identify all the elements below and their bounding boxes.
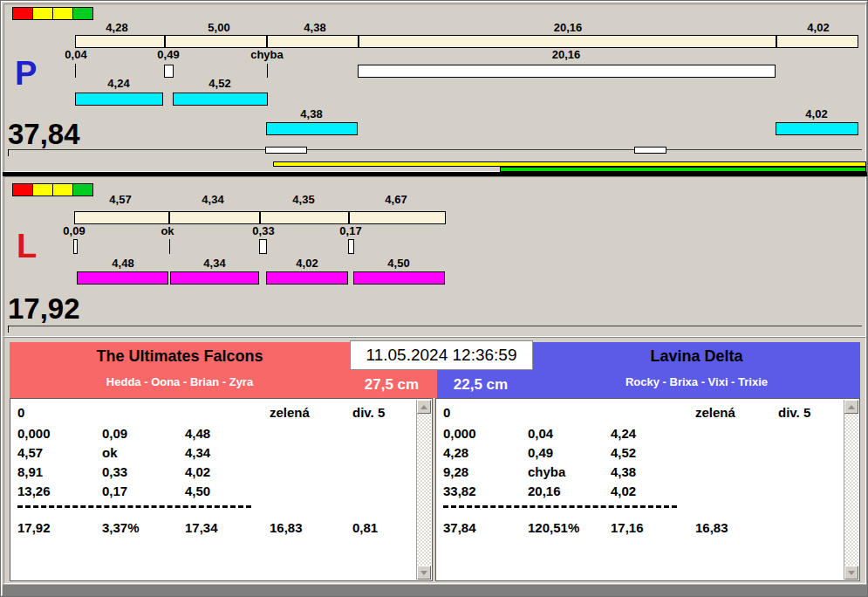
total-percent: 3,37% (102, 520, 140, 536)
cumulative-time: 13,26 (17, 484, 51, 499)
run-time-label: 4,24 (84, 78, 154, 89)
scroll-down-button[interactable] (844, 566, 858, 580)
split-time-label: 4,35 (269, 194, 338, 205)
best-possible: 16,83 (270, 520, 303, 536)
changeover-time: 20,16 (528, 484, 561, 499)
split-time-label: 4,67 (361, 194, 431, 205)
cumulative-time: 0,000 (443, 426, 476, 442)
run-bar-p1 (75, 93, 163, 106)
segment-divider (164, 35, 166, 48)
left-list-scrollbar[interactable] (416, 400, 431, 580)
result-row[interactable]: 0,000 0,09 4,48 (10, 426, 416, 443)
time-difference: 0,81 (352, 520, 378, 536)
heat-number: 0 (17, 405, 24, 421)
totals-separator (17, 505, 251, 508)
run-time-label: 4,34 (180, 257, 249, 269)
timeline-marker-box (634, 147, 666, 154)
segment-divider (168, 211, 170, 224)
start-offset-label: 0,09 (39, 225, 109, 237)
run-bar-l3 (266, 271, 348, 285)
timeline-marker-box (265, 147, 307, 154)
right-jump-height: 22,5 cm (441, 376, 521, 394)
marker-box (259, 239, 267, 254)
result-row[interactable]: 4,57 ok 4,34 (10, 445, 416, 463)
status-zelena: zelená (695, 405, 735, 421)
marker-box (164, 65, 174, 78)
division-label: div. 5 (778, 405, 810, 421)
timeline-origin-tick (8, 326, 9, 333)
changeover-time: 0,04 (528, 426, 553, 442)
totals-row[interactable]: 17,92 3,37% 17,34 16,83 0,81 (10, 520, 416, 538)
split-time-label: 4,57 (85, 194, 155, 205)
run-bar-p4 (776, 122, 858, 135)
run-time: 4,52 (611, 445, 636, 461)
segment-divider (266, 35, 268, 48)
split-bar-p (75, 35, 858, 48)
segment-divider (348, 211, 350, 224)
run-bar-l1 (77, 271, 168, 285)
split-bar-l (74, 211, 446, 224)
split-time-label: 20,16 (533, 22, 603, 33)
run-time: 4,02 (185, 464, 210, 480)
split-time-label: 5,00 (184, 22, 254, 33)
result-row[interactable]: 0,000 0,04 4,24 (436, 426, 844, 443)
run-time-label: 4,02 (272, 257, 342, 269)
list-header-row[interactable]: 0 zelená div. 5 (436, 405, 844, 422)
run-time: 4,24 (611, 426, 636, 442)
left-jump-height: 27,5 cm (352, 376, 432, 394)
heat-number: 0 (443, 405, 450, 421)
result-row[interactable]: 13,26 0,17 4,50 (10, 484, 416, 501)
lane-l-total-time: 17,92 (8, 296, 80, 322)
right-team-name: Lavina Delta (533, 347, 860, 366)
run-bar-l4 (353, 271, 445, 285)
changeover-time: ok (102, 445, 118, 461)
changeover-label: 0,33 (229, 225, 298, 237)
split-time-label: 4,34 (178, 194, 248, 205)
run-time: 4,34 (185, 445, 210, 461)
status-zelena: zelená (270, 405, 310, 421)
timeline-baseline-p (8, 149, 862, 150)
scroll-up-button[interactable] (417, 400, 431, 414)
start-light-green-p (72, 7, 93, 20)
totals-separator (443, 505, 677, 508)
totals-row[interactable]: 37,84 120,51% 17,16 16,83 (436, 520, 844, 538)
list-header-row[interactable]: 0 zelená div. 5 (10, 405, 416, 422)
run-time: 4,48 (185, 426, 210, 442)
split-time-label: 4,28 (82, 22, 152, 33)
changeover-time: 0,17 (102, 484, 127, 499)
left-team-dogs: Hedda - Oona - Brian - Zyra (10, 375, 350, 388)
segment-divider (358, 35, 359, 48)
marker-tick (169, 239, 170, 254)
scroll-up-button[interactable] (844, 400, 858, 414)
total-percent: 120,51% (528, 520, 579, 536)
result-row[interactable]: 4,28 0,49 4,52 (436, 445, 844, 463)
arrow-up-icon (420, 405, 427, 409)
start-light-yellow1-l (32, 183, 53, 196)
cumulative-time: 4,57 (17, 445, 43, 461)
run-time-label: 4,52 (185, 78, 255, 89)
changeover-label: 0,49 (133, 49, 203, 60)
run-time-label: 4,38 (277, 108, 346, 120)
cumulative-time: 0,000 (17, 426, 51, 442)
run-time: 4,38 (611, 464, 636, 480)
lane-p-letter: P (15, 58, 37, 88)
run-bar-p2 (173, 93, 268, 106)
right-list-scrollbar[interactable] (844, 400, 858, 580)
marker-box (73, 239, 78, 254)
left-results-list[interactable]: 0 zelená div. 5 0,000 0,09 4,48 4,57 ok … (10, 398, 433, 581)
overall-bar-p (358, 65, 776, 78)
result-row[interactable]: 9,28 chyba 4,38 (436, 464, 844, 482)
timeline-baseline-l (8, 326, 862, 326)
arrow-up-icon (848, 405, 855, 409)
changeover-time: 0,09 (102, 426, 127, 442)
split-time-label: 4,38 (280, 22, 350, 33)
total-time: 17,92 (17, 520, 51, 536)
start-light-yellow2-l (52, 183, 73, 196)
result-row[interactable]: 33,82 20,16 4,02 (436, 484, 844, 501)
result-row[interactable]: 8,91 0,33 4,02 (10, 464, 416, 482)
scroll-down-button[interactable] (417, 566, 431, 580)
cumulative-time: 4,28 (443, 445, 468, 461)
right-results-list[interactable]: 0 zelená div. 5 0,000 0,04 4,24 4,28 0,4… (435, 398, 860, 581)
run-time-label: 4,50 (364, 257, 434, 269)
changeover-time: 0,49 (528, 445, 553, 461)
